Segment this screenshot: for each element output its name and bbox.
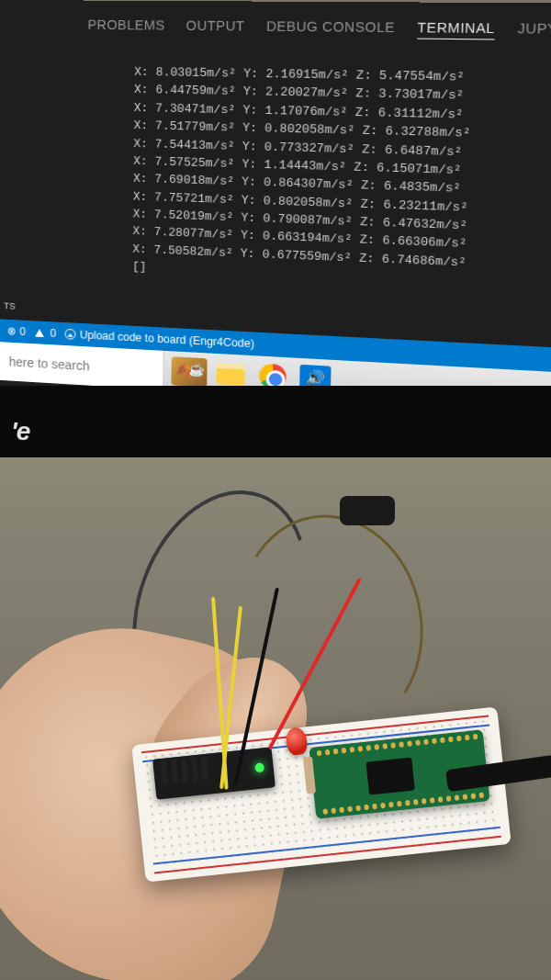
tab-terminal[interactable]: TERMINAL	[417, 20, 495, 40]
taskbar-search-placeholder: here to search	[9, 355, 90, 373]
tab-jupyter[interactable]: JUPY	[517, 20, 551, 40]
status-warnings[interactable]: 0	[35, 326, 56, 340]
sensor-header-pins	[161, 756, 208, 784]
folder-icon	[217, 363, 245, 386]
upload-icon	[65, 329, 76, 340]
panel-side-label: TS	[4, 301, 16, 312]
panel-tabs: PROBLEMS OUTPUT DEBUG CONSOLE TERMINAL J…	[0, 0, 551, 49]
cable-clip	[340, 496, 395, 525]
status-errors[interactable]: ⊗ 0	[7, 325, 26, 338]
tab-problems[interactable]: PROBLEMS	[87, 17, 164, 37]
tab-debug-console[interactable]: DEBUG CONSOLE	[266, 18, 396, 39]
monitor-bezel	[0, 386, 551, 457]
tab-output[interactable]: OUTPUT	[186, 18, 244, 38]
monitor-brand-fragment: 'e	[11, 417, 29, 446]
status-errors-count: 0	[19, 325, 26, 338]
terminal-output[interactable]: X: 8.03015m/s² Y: 2.16915m/s² Z: 5.47554…	[0, 42, 551, 296]
taskbar-search[interactable]: here to search	[0, 342, 164, 389]
rp2040-chip	[365, 758, 414, 795]
status-warnings-count: 0	[50, 327, 56, 340]
taskbar-app-seasonal[interactable]	[169, 355, 208, 389]
power-led-green	[254, 762, 264, 772]
autumn-mug-icon	[171, 356, 207, 387]
